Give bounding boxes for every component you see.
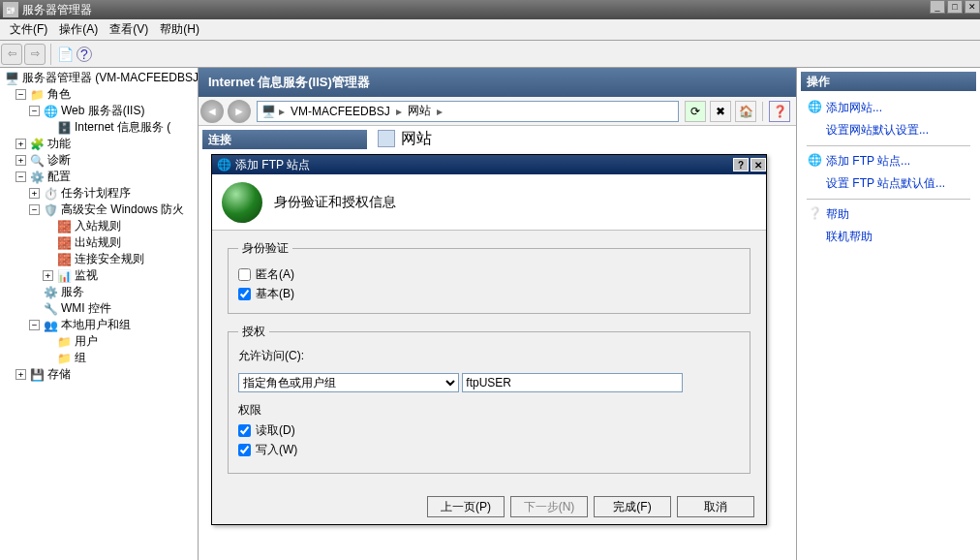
crumb-sites[interactable]: 网站 bbox=[405, 103, 434, 119]
action-set-site-defaults[interactable]: 设置网站默认设置... bbox=[807, 119, 970, 141]
action-add-ftp[interactable]: 🌐添加 FTP 站点... bbox=[807, 150, 970, 172]
roles-icon: 📁 bbox=[29, 87, 45, 103]
menu-file[interactable]: 文件(F) bbox=[4, 19, 53, 40]
tree-config[interactable]: 配置 bbox=[47, 169, 71, 185]
dialog-close-button[interactable]: ✕ bbox=[750, 158, 766, 171]
finish-button[interactable]: 完成(F) bbox=[594, 496, 671, 517]
expander[interactable]: − bbox=[29, 106, 40, 116]
add-ftp-dialog: 🌐 添加 FTP 站点 ? ✕ 身份验证和授权信息 身份验证 匿名(A) 基本(… bbox=[211, 154, 767, 525]
crumb-server[interactable]: VM-MACFEEDBSJ bbox=[288, 105, 393, 118]
tree-monitor[interactable]: 监视 bbox=[75, 267, 98, 284]
close-button[interactable]: ✕ bbox=[965, 0, 980, 14]
iis-icon: 🗄️ bbox=[56, 120, 72, 136]
app-title: 服务器管理器 bbox=[22, 2, 92, 18]
tree-task[interactable]: 任务计划程序 bbox=[61, 185, 131, 202]
tree-groups[interactable]: 组 bbox=[75, 350, 86, 366]
dialog-help-button[interactable]: ? bbox=[733, 158, 749, 171]
refresh-icon[interactable]: 📄 bbox=[55, 45, 75, 64]
services-icon: ⚙️ bbox=[43, 285, 58, 300]
expander[interactable]: + bbox=[29, 188, 40, 199]
rule-icon: 🧱 bbox=[56, 219, 72, 234]
globe-icon: 🌐 bbox=[807, 152, 822, 168]
localusers-icon: 👥 bbox=[43, 318, 58, 333]
nav-back-button[interactable]: ⇦ bbox=[1, 44, 22, 65]
tree-wmi[interactable]: WMI 控件 bbox=[61, 300, 111, 317]
minimize-button[interactable]: _ bbox=[930, 0, 945, 14]
rule-icon: 🧱 bbox=[56, 252, 72, 267]
tree-pane: 🖥️服务器管理器 (VM-MACFEEDBSJ) −📁角色 −🌐Web 服务器(… bbox=[0, 68, 199, 560]
center-title: Internet 信息服务(IIS)管理器 bbox=[199, 68, 796, 97]
dialog-subtitle: 身份验证和授权信息 bbox=[274, 194, 396, 211]
expander[interactable]: + bbox=[43, 270, 53, 281]
menu-view[interactable]: 查看(V) bbox=[104, 19, 154, 40]
refresh-button[interactable]: ⟳ bbox=[685, 101, 706, 122]
storage-icon: 💾 bbox=[29, 367, 45, 383]
action-add-site[interactable]: 🌐添加网站... bbox=[807, 97, 970, 119]
expander[interactable]: − bbox=[29, 320, 40, 330]
action-online-help[interactable]: 联机帮助 bbox=[807, 226, 970, 248]
stop-button[interactable]: ✖ bbox=[710, 101, 731, 122]
prev-button[interactable]: 上一页(P) bbox=[427, 496, 505, 517]
breadcrumb-bar: ◄ ► 🖥️ ▸ VM-MACFEEDBSJ ▸ 网站 ▸ ⟳ ✖ 🏠 ❓ bbox=[199, 97, 796, 126]
tree-diag[interactable]: 诊断 bbox=[47, 152, 71, 169]
action-help[interactable]: ❔帮助 bbox=[807, 203, 970, 226]
write-label: 写入(W) bbox=[256, 442, 297, 458]
dialog-titlebar: 🌐 添加 FTP 站点 ? ✕ bbox=[212, 155, 766, 174]
expander[interactable]: − bbox=[15, 89, 26, 100]
actions-header: 操作 bbox=[801, 72, 976, 91]
firewall-icon: 🛡️ bbox=[43, 202, 58, 218]
tree-storage[interactable]: 存储 bbox=[47, 366, 71, 383]
tree-root[interactable]: 服务器管理器 (VM-MACFEEDBSJ) bbox=[22, 70, 199, 86]
tree-users[interactable]: 用户 bbox=[75, 333, 98, 350]
sites-icon bbox=[378, 130, 395, 147]
tree-web[interactable]: Web 服务器(IIS) bbox=[61, 103, 144, 119]
menu-action[interactable]: 操作(A) bbox=[53, 19, 104, 40]
action-set-ftp-defaults[interactable]: 设置 FTP 站点默认值... bbox=[807, 172, 970, 195]
tree-connsec[interactable]: 连接安全规则 bbox=[75, 251, 144, 267]
write-checkbox[interactable] bbox=[238, 444, 251, 456]
tree-outbound[interactable]: 出站规则 bbox=[75, 234, 121, 251]
read-checkbox[interactable] bbox=[238, 424, 251, 437]
anonymous-label: 匿名(A) bbox=[256, 266, 294, 283]
role-user-input[interactable] bbox=[462, 373, 683, 392]
expander[interactable]: + bbox=[15, 155, 26, 166]
address-bar[interactable]: 🖥️ ▸ VM-MACFEEDBSJ ▸ 网站 ▸ bbox=[257, 101, 679, 122]
folder-icon: 📁 bbox=[56, 334, 72, 350]
home-button[interactable]: 🏠 bbox=[735, 101, 756, 122]
anonymous-checkbox[interactable] bbox=[238, 268, 251, 281]
nav-back-round[interactable]: ◄ bbox=[200, 100, 224, 123]
globe-large-icon bbox=[222, 182, 262, 223]
menubar: 文件(F) 操作(A) 查看(V) 帮助(H) bbox=[0, 19, 980, 41]
tree-services[interactable]: 服务 bbox=[61, 284, 84, 300]
tree-iis[interactable]: Internet 信息服务 ( bbox=[75, 119, 170, 136]
nav-fwd-round[interactable]: ► bbox=[228, 100, 251, 123]
tree-features[interactable]: 功能 bbox=[47, 136, 71, 152]
tree-localusers[interactable]: 本地用户和组 bbox=[61, 317, 131, 333]
allow-access-select[interactable]: 指定角色或用户组 bbox=[238, 373, 459, 392]
help-icon[interactable]: ? bbox=[77, 47, 92, 62]
expander[interactable]: − bbox=[29, 204, 40, 215]
tree-roles[interactable]: 角色 bbox=[47, 86, 71, 103]
app-titlebar: 🖳 服务器管理器 _ □ ✕ bbox=[0, 0, 980, 19]
tree-inbound[interactable]: 入站规则 bbox=[75, 218, 121, 234]
globe-icon: 🌐 bbox=[43, 104, 58, 119]
expander[interactable]: + bbox=[15, 139, 26, 149]
rule-icon: 🧱 bbox=[56, 235, 72, 251]
connections-header: 连接 bbox=[202, 130, 367, 149]
maximize-button[interactable]: □ bbox=[947, 0, 963, 14]
nav-forward-button[interactable]: ⇨ bbox=[24, 44, 46, 65]
folder-icon: 📁 bbox=[56, 351, 72, 366]
expander[interactable]: − bbox=[15, 171, 26, 182]
menu-help[interactable]: 帮助(H) bbox=[154, 19, 205, 40]
dialog-buttons: 上一页(P) 下一步(N) 完成(F) 取消 bbox=[212, 489, 766, 524]
basic-checkbox[interactable] bbox=[238, 288, 251, 300]
wmi-icon: 🔧 bbox=[43, 301, 58, 317]
help-icon: ❔ bbox=[807, 205, 822, 221]
next-button[interactable]: 下一步(N) bbox=[510, 496, 588, 517]
nav-help-button[interactable]: ❓ bbox=[769, 101, 790, 122]
expander[interactable]: + bbox=[15, 369, 26, 380]
monitor-icon: 📊 bbox=[56, 268, 72, 284]
tree-firewall[interactable]: 高级安全 Windows 防火 bbox=[61, 202, 184, 218]
cancel-button[interactable]: 取消 bbox=[677, 496, 754, 517]
actions-pane: 操作 🌐添加网站... 设置网站默认设置... 🌐添加 FTP 站点... 设置… bbox=[796, 68, 980, 560]
